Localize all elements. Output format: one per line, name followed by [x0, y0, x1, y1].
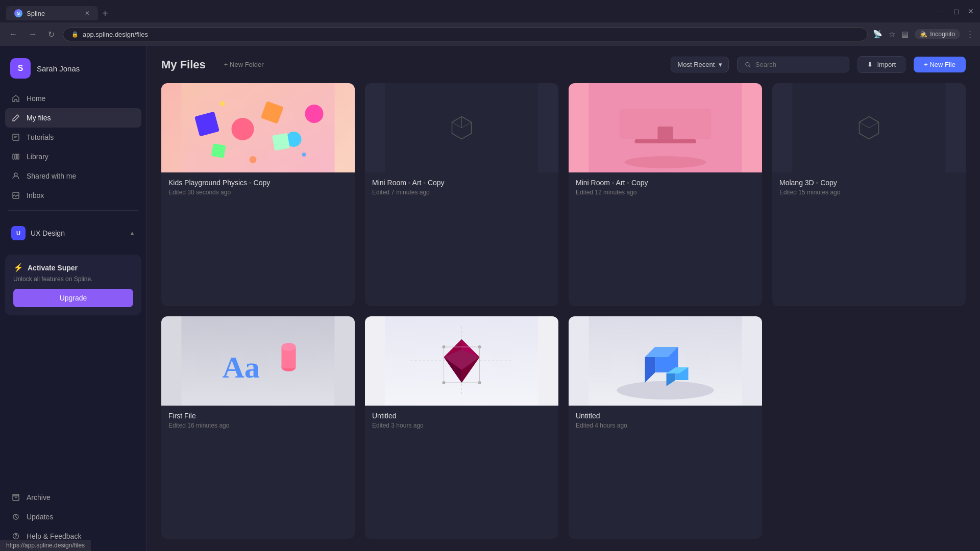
forward-button[interactable]: →: [26, 28, 40, 41]
active-tab[interactable]: S Spline ✕: [6, 6, 98, 20]
file-card[interactable]: Mini Room - Art - Copy Edited 12 minutes…: [569, 83, 762, 306]
upgrade-section: ⚡ Activate Super Unlock all features on …: [5, 255, 141, 315]
import-button[interactable]: ⬇ Import: [857, 56, 905, 73]
primary-nav: Home My files Tutorials: [0, 89, 146, 205]
sidebar-item-label: My files: [27, 114, 51, 122]
file-thumbnail: Aa: [161, 316, 355, 406]
svg-rect-8: [13, 496, 19, 500]
search-input[interactable]: [755, 61, 842, 68]
refresh-button[interactable]: ↻: [45, 28, 58, 41]
updates-icon: [11, 512, 20, 521]
sidebar-item-tutorials[interactable]: Tutorials: [5, 128, 141, 147]
file-thumbnail: [365, 316, 558, 406]
user-name: Sarah Jonas: [37, 64, 80, 73]
tab-favicon: S: [14, 9, 22, 17]
search-icon: [745, 61, 751, 68]
sidebar-item-label: Home: [27, 94, 45, 103]
tab-close-button[interactable]: ✕: [85, 10, 90, 17]
sort-dropdown[interactable]: Most Recent ▾: [671, 57, 729, 72]
file-thumbnail: [569, 83, 762, 172]
browser-actions: 📡 ☆ ▤ 🕵 Incognito ⋮: [873, 29, 974, 39]
file-card[interactable]: Aa First File Edited 16 minutes ago: [161, 316, 355, 539]
file-card[interactable]: Untitled Edited 3 hours ago: [365, 316, 558, 539]
library-icon: [11, 152, 20, 161]
workspace-icon: U: [11, 226, 26, 240]
window-controls: — ◻ ✕: [938, 7, 974, 19]
svg-rect-0: [13, 134, 19, 140]
search-bar[interactable]: [737, 57, 849, 72]
sidebar: S Sarah Jonas Home My files: [0, 46, 147, 551]
sidebar-item-home[interactable]: Home: [5, 89, 141, 108]
new-file-button[interactable]: + New File: [914, 57, 966, 72]
browser-chrome: S Spline ✕ + — ◻ ✕ ← → ↻ 🔒 app.spline.de…: [0, 0, 980, 46]
file-info: Molang 3D - Copy Edited 15 minutes ago: [772, 172, 966, 202]
file-card[interactable]: Molang 3D - Copy Edited 15 minutes ago: [772, 83, 966, 306]
address-bar[interactable]: 🔒 app.spline.design/files: [63, 28, 868, 41]
sidebar-item-library[interactable]: Library: [5, 147, 141, 166]
svg-point-26: [302, 153, 306, 157]
sidebar-item-label: Updates: [27, 513, 53, 521]
sidebar-toggle-icon[interactable]: ▤: [901, 30, 909, 39]
file-edited: Edited 3 hours ago: [372, 422, 551, 429]
import-icon: ⬇: [867, 61, 873, 68]
svg-rect-35: [620, 109, 712, 139]
svg-rect-33: [635, 139, 696, 143]
address-bar-row: ← → ↻ 🔒 app.spline.design/files 📡 ☆ ▤ 🕵 …: [0, 22, 980, 46]
sidebar-item-archive[interactable]: Archive: [5, 488, 141, 507]
file-thumbnail: [772, 83, 966, 172]
file-info: Kids Playground Physics - Copy Edited 30…: [161, 172, 355, 202]
file-name: Mini Room - Art - Copy: [576, 179, 755, 187]
upgrade-button[interactable]: Upgrade: [13, 289, 133, 307]
file-card[interactable]: Untitled Edited 4 hours ago: [569, 316, 762, 539]
activate-subtitle: Unlock all features on Spline.: [13, 276, 133, 283]
sidebar-item-updates[interactable]: Updates: [5, 507, 141, 527]
sidebar-item-my-files[interactable]: My files: [5, 108, 141, 128]
svg-point-24: [220, 101, 225, 106]
person-icon: [11, 171, 20, 181]
menu-icon[interactable]: ⋮: [966, 30, 974, 39]
svg-point-13: [16, 537, 16, 538]
file-edited: Edited 15 minutes ago: [779, 189, 959, 196]
minimize-button[interactable]: —: [938, 7, 945, 15]
sidebar-item-shared[interactable]: Shared with me: [5, 166, 141, 186]
file-name: Untitled: [576, 412, 755, 420]
workspace-name: UX Design: [31, 229, 124, 237]
sidebar-item-inbox[interactable]: Inbox: [5, 186, 141, 205]
close-button[interactable]: ✕: [968, 7, 974, 15]
restore-button[interactable]: ◻: [953, 7, 960, 15]
svg-text:Aa: Aa: [223, 350, 260, 384]
divider: [8, 210, 138, 211]
page-title: My Files: [161, 58, 206, 71]
workspace-section: U UX Design ▲: [0, 216, 146, 251]
file-name: First File: [168, 412, 348, 420]
new-folder-button[interactable]: + New Folder: [218, 58, 270, 71]
file-edited: Edited 30 seconds ago: [168, 189, 348, 196]
svg-line-15: [749, 66, 751, 67]
file-card[interactable]: Kids Playground Physics - Copy Edited 30…: [161, 83, 355, 306]
sidebar-item-label: Shared with me: [27, 172, 76, 180]
svg-rect-9: [13, 494, 19, 496]
file-card[interactable]: Mini Room - Art - Copy Edited 7 minutes …: [365, 83, 558, 306]
sort-chevron-icon: ▾: [719, 61, 722, 68]
file-info: Mini Room - Art - Copy Edited 12 minutes…: [569, 172, 762, 202]
file-info: Untitled Edited 4 hours ago: [569, 406, 762, 435]
new-tab-button[interactable]: +: [98, 8, 112, 18]
svg-point-25: [250, 156, 257, 163]
file-info: First File Edited 16 minutes ago: [161, 406, 355, 435]
svg-rect-21: [211, 143, 226, 158]
file-thumbnail: [161, 83, 355, 172]
tab-title: Spline: [27, 10, 45, 17]
back-button[interactable]: ←: [6, 28, 20, 41]
svg-point-44: [282, 343, 296, 351]
file-edited: Edited 12 minutes ago: [576, 189, 755, 196]
svg-point-14: [746, 62, 749, 66]
url-text: app.spline.design/files: [83, 31, 148, 38]
cast-icon[interactable]: 📡: [873, 30, 883, 39]
file-thumbnail: [365, 83, 558, 172]
url-bar: https://app.spline.design/files: [0, 540, 91, 551]
home-icon: [11, 94, 20, 103]
bookmark-icon[interactable]: ☆: [889, 30, 895, 39]
sort-label: Most Recent: [677, 61, 715, 68]
file-name: Kids Playground Physics - Copy: [168, 179, 348, 187]
workspace-header[interactable]: U UX Design ▲: [5, 221, 141, 245]
